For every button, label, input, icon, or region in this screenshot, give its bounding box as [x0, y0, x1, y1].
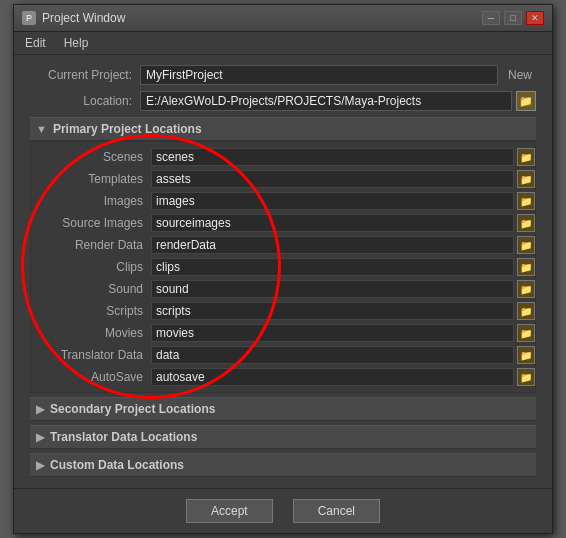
primary-section-label: Primary Project Locations [53, 122, 202, 136]
location-row-folder-button-5[interactable]: 📁 [517, 258, 535, 276]
accept-button[interactable]: Accept [186, 499, 273, 523]
table-row: Scenes📁 [31, 146, 535, 168]
maximize-button[interactable]: □ [504, 11, 522, 25]
location-row-label: Movies [31, 326, 151, 340]
table-row: Templates📁 [31, 168, 535, 190]
location-row-label: Sound [31, 282, 151, 296]
location-row-input-5[interactable] [151, 258, 514, 276]
table-row: Scripts📁 [31, 300, 535, 322]
location-row-folder-button-7[interactable]: 📁 [517, 302, 535, 320]
location-row-label: Source Images [31, 216, 151, 230]
custom-section-header[interactable]: Custom Data Locations [30, 453, 536, 477]
location-row-folder-button-1[interactable]: 📁 [517, 170, 535, 188]
location-row-folder-button-8[interactable]: 📁 [517, 324, 535, 342]
secondary-section: Secondary Project Locations [30, 397, 536, 421]
location-row-input-0[interactable] [151, 148, 514, 166]
translator-section-header[interactable]: Translator Data Locations [30, 425, 536, 449]
location-row-input-4[interactable] [151, 236, 514, 254]
window-controls: ─ □ ✕ [482, 11, 544, 25]
location-row-label: AutoSave [31, 370, 151, 384]
location-row-folder-button-4[interactable]: 📁 [517, 236, 535, 254]
table-row: Movies📁 [31, 322, 535, 344]
title-bar: P Project Window ─ □ ✕ [14, 5, 552, 32]
app-icon: P [22, 11, 36, 25]
new-button[interactable]: New [504, 66, 536, 84]
location-rows: Scenes📁Templates📁Images📁Source Images📁Re… [31, 146, 535, 388]
location-row: Location: 📁 [30, 91, 536, 111]
location-row-input-7[interactable] [151, 302, 514, 320]
location-row-input-10[interactable] [151, 368, 514, 386]
location-row-input-6[interactable] [151, 280, 514, 298]
current-project-row: Current Project: New [30, 65, 536, 85]
secondary-section-label: Secondary Project Locations [50, 402, 215, 416]
custom-section-label: Custom Data Locations [50, 458, 184, 472]
location-row-label: Images [31, 194, 151, 208]
translator-arrow-icon [36, 431, 44, 444]
secondary-arrow-icon [36, 403, 44, 416]
location-row-label: Templates [31, 172, 151, 186]
location-label: Location: [30, 94, 140, 108]
menu-help[interactable]: Help [61, 35, 92, 51]
location-row-label: Scripts [31, 304, 151, 318]
cancel-button[interactable]: Cancel [293, 499, 380, 523]
menu-bar: Edit Help [14, 32, 552, 55]
table-row: Images📁 [31, 190, 535, 212]
close-button[interactable]: ✕ [526, 11, 544, 25]
location-row-input-3[interactable] [151, 214, 514, 232]
location-row-folder-button-9[interactable]: 📁 [517, 346, 535, 364]
custom-arrow-icon [36, 459, 44, 472]
translator-section-label: Translator Data Locations [50, 430, 197, 444]
secondary-section-header[interactable]: Secondary Project Locations [30, 397, 536, 421]
location-row-label: Scenes [31, 150, 151, 164]
current-project-label: Current Project: [30, 68, 140, 82]
location-row-label: Translator Data [31, 348, 151, 362]
location-row-input-9[interactable] [151, 346, 514, 364]
table-row: AutoSave📁 [31, 366, 535, 388]
location-row-input-2[interactable] [151, 192, 514, 210]
location-row-folder-button-3[interactable]: 📁 [517, 214, 535, 232]
location-input[interactable] [140, 91, 512, 111]
primary-locations-content: Scenes📁Templates📁Images📁Source Images📁Re… [30, 141, 536, 393]
location-folder-button[interactable]: 📁 [516, 91, 536, 111]
location-row-folder-button-10[interactable]: 📁 [517, 368, 535, 386]
table-row: Translator Data📁 [31, 344, 535, 366]
table-row: Render Data📁 [31, 234, 535, 256]
table-row: Clips📁 [31, 256, 535, 278]
location-row-input-8[interactable] [151, 324, 514, 342]
translator-section: Translator Data Locations [30, 425, 536, 449]
primary-section-header[interactable]: Primary Project Locations [30, 117, 536, 141]
location-row-input-1[interactable] [151, 170, 514, 188]
minimize-button[interactable]: ─ [482, 11, 500, 25]
location-row-folder-button-0[interactable]: 📁 [517, 148, 535, 166]
primary-section: Primary Project Locations Scenes📁Templat… [30, 117, 536, 393]
location-row-label: Clips [31, 260, 151, 274]
project-window: P Project Window ─ □ ✕ Edit Help Current… [13, 4, 553, 534]
table-row: Source Images📁 [31, 212, 535, 234]
location-row-label: Render Data [31, 238, 151, 252]
location-row-folder-button-2[interactable]: 📁 [517, 192, 535, 210]
table-row: Sound📁 [31, 278, 535, 300]
custom-section: Custom Data Locations [30, 453, 536, 477]
current-project-input[interactable] [140, 65, 498, 85]
menu-edit[interactable]: Edit [22, 35, 49, 51]
window-title: Project Window [42, 11, 125, 25]
title-bar-left: P Project Window [22, 11, 125, 25]
primary-arrow-icon [36, 123, 47, 135]
main-content: Current Project: New Location: 📁 Primary… [14, 55, 552, 488]
location-row-folder-button-6[interactable]: 📁 [517, 280, 535, 298]
footer: Accept Cancel [14, 488, 552, 533]
